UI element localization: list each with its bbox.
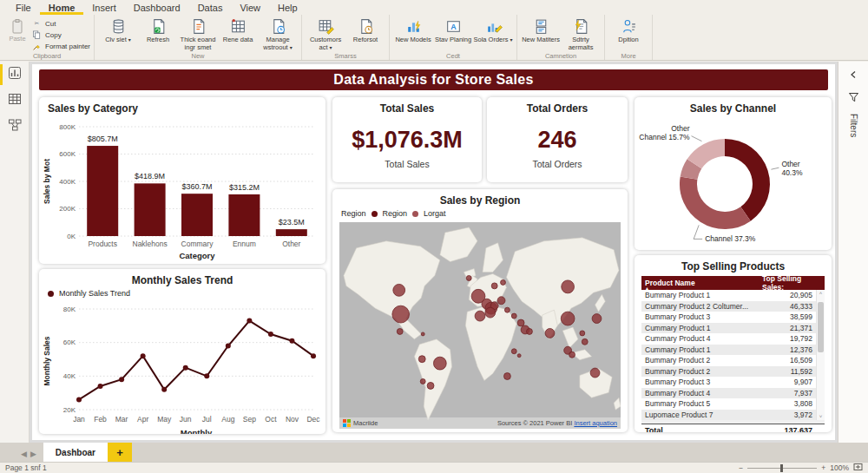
table-row[interactable]: Cummary Product 121,371 (641, 323, 825, 334)
point-jul[interactable] (204, 373, 209, 378)
map-bubble-15[interactable] (511, 313, 516, 319)
map-bubble-23[interactable] (545, 328, 555, 338)
map-bubble-9[interactable] (485, 307, 496, 318)
point-feb[interactable] (98, 384, 103, 389)
manage-wstroout-button[interactable]: Manage wstroout ▾ (258, 16, 298, 51)
zoom-slider-thumb[interactable] (780, 464, 783, 472)
add-page-button[interactable]: + (108, 443, 132, 462)
tab-dashboard[interactable]: Dashboar (43, 443, 108, 462)
stav-planing-button[interactable]: AStav Planing (433, 16, 473, 49)
map-bubble-12[interactable] (501, 279, 506, 285)
point-mar[interactable] (119, 377, 124, 382)
menu-item-dashboard[interactable]: Dashboard (125, 0, 189, 15)
copy-button[interactable]: Copy (31, 30, 90, 40)
new-matiters-button[interactable]: New Matiters (521, 16, 561, 49)
sidebar-item-model-view[interactable] (0, 114, 29, 140)
customors-act-button[interactable]: Customors act ▾ (306, 16, 345, 51)
map-bubble-31[interactable] (433, 357, 446, 370)
donut-slice-1[interactable] (680, 177, 751, 229)
map-bubble-1[interactable] (392, 305, 410, 323)
map-bubble-34[interactable] (427, 382, 434, 389)
table-row[interactable]: Bummary Product 216,509 (641, 355, 825, 366)
menu-item-view[interactable]: View (231, 0, 269, 15)
table-row[interactable]: Bummary Product 47,937 (641, 388, 825, 399)
bar-commary[interactable] (181, 194, 213, 236)
sola-orders-button[interactable]: Sola Orders ▾ (473, 16, 513, 49)
map-bubble-28[interactable] (503, 373, 510, 380)
map-bubble-21[interactable] (592, 314, 602, 324)
point-dec[interactable] (311, 353, 316, 358)
sidebar-item-data-view[interactable] (0, 88, 29, 114)
next-page-arrow-icon[interactable]: ▶ (30, 450, 36, 458)
world-map[interactable]: Macriide Sources © 2021 Power BI Insert … (339, 222, 621, 429)
table-row[interactable]: Bummary Product 39,907 (641, 377, 825, 388)
monthly-sales-trend-card[interactable]: Monthly Sales Trend Monthly Sales Trend … (39, 269, 326, 434)
expand-panel-chevron-icon[interactable] (849, 67, 858, 82)
point-oct[interactable] (268, 332, 273, 337)
zoom-level[interactable]: 100% (830, 463, 849, 472)
top-selling-products-card[interactable]: Top Selling Products Product Name Top Se… (635, 255, 832, 432)
zoom-slider[interactable] (747, 468, 817, 469)
menu-item-home[interactable]: Home (40, 0, 84, 15)
sales-by-category-card[interactable]: Sales by Category 0K200K400K600K800K$805… (39, 97, 326, 264)
scrollbar-thumb[interactable] (818, 302, 824, 352)
map-bubble-0[interactable] (393, 284, 405, 296)
bar-other[interactable] (276, 229, 307, 236)
map-bubble-16[interactable] (517, 319, 524, 326)
format-painter-button[interactable]: Format painter (31, 41, 90, 51)
fit-to-page-icon[interactable] (853, 463, 863, 473)
table-row[interactable]: Bummary Product 120,905 (641, 290, 825, 301)
map-bubble-29[interactable] (511, 349, 516, 354)
prev-page-arrow-icon[interactable]: ◀ (21, 450, 27, 458)
point-jan[interactable] (76, 397, 82, 402)
map-bubble-19[interactable] (562, 280, 575, 293)
refresh-button[interactable]: Refresh (138, 16, 178, 49)
sdtrty-aermalts-button[interactable]: Sdtrty aermalts (561, 16, 601, 51)
table-row[interactable]: Lupomace Product 73,972 (641, 410, 825, 421)
map-bubble-2[interactable] (397, 328, 403, 334)
map-bubble-10[interactable] (497, 297, 505, 305)
col-product-name[interactable]: Product Name (641, 279, 760, 287)
new-models-button[interactable]: New Models (393, 16, 433, 49)
sales-by-channel-chart[interactable]: Other40.3%Channel 37.3%OtherChannel 15.7… (635, 116, 832, 248)
sales-by-category-chart[interactable]: 0K200K400K600K800K$805.7MProducts$418.9M… (39, 115, 326, 262)
thick-eoand-ingr-smet-button[interactable]: Thick eoand ingr smet (178, 16, 218, 51)
cut-button[interactable]: ✂Cut (31, 18, 90, 29)
menu-item-insert[interactable]: Insert (83, 0, 125, 15)
sales-by-channel-card[interactable]: Sales by Channel Other40.3%Channel 37.3%… (635, 97, 832, 250)
map-bubble-11[interactable] (491, 283, 497, 289)
total-orders-card[interactable]: Total Orders 246 Total Orders (487, 97, 628, 182)
table-row[interactable]: Cummary Product 2 Coltumer...46,333 (641, 301, 825, 312)
point-jun[interactable] (183, 365, 188, 371)
map-bubble-14[interactable] (475, 311, 485, 321)
point-sep[interactable] (247, 319, 252, 324)
table-row[interactable]: Bummary Product 211,592 (641, 366, 825, 378)
reforsot-button[interactable]: Reforsot (345, 16, 385, 49)
point-apr[interactable] (141, 353, 146, 358)
bar-naklehons[interactable] (135, 183, 166, 236)
map-bubble-30[interactable] (517, 354, 521, 358)
menu-item-file[interactable]: File (7, 0, 40, 15)
filters-panel-title[interactable]: Filters (849, 114, 858, 137)
map-bubble-20[interactable] (561, 312, 575, 325)
scroll-down-icon[interactable]: ˅ (817, 414, 825, 419)
table-row[interactable]: Cummary Product 419,792 (641, 333, 825, 345)
bar-ennum[interactable] (228, 194, 260, 236)
sales-by-region-card[interactable]: Sales by Region Region Region Lorgat Mac… (332, 189, 628, 432)
sidebar-item-report-view[interactable] (0, 62, 29, 88)
table-header[interactable]: Product Name Top Selling Sales: ▲ (641, 276, 825, 290)
menu-item-datas[interactable]: Datas (189, 0, 232, 15)
menu-item-help[interactable]: Help (269, 0, 306, 15)
table-scrollbar[interactable]: ˄ ˅ (816, 290, 825, 420)
point-aug[interactable] (226, 344, 231, 349)
total-sales-card[interactable]: Total Sales $1,076.3M Total Sales (332, 97, 482, 182)
map-bubble-18[interactable] (527, 328, 533, 334)
map-bubble-4[interactable] (466, 275, 471, 280)
map-attribution-link[interactable]: Insert aquation (574, 419, 617, 427)
point-may[interactable] (161, 387, 167, 392)
table-row[interactable]: Bummary Product 53,808 (641, 398, 825, 410)
monthly-sales-trend-chart[interactable]: 20K40K60K80KJanFebMarAprMayJunJulAugSepO… (39, 300, 326, 434)
table-row[interactable]: Bummary Product 338,599 (641, 312, 825, 323)
map-bubble-22[interactable] (580, 331, 585, 336)
map-bubble-26[interactable] (582, 338, 588, 345)
